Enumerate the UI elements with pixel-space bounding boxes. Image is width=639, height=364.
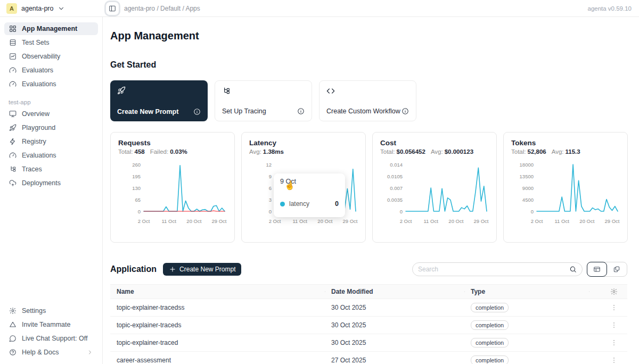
card-label: Set Up Tracing xyxy=(222,107,266,115)
sidebar-section-label: test-app xyxy=(9,99,94,105)
gauge2-icon xyxy=(9,80,17,88)
column-header-type: Type xyxy=(464,288,589,295)
tooltip-series-name: latency xyxy=(289,200,309,208)
page-title: App Management xyxy=(110,30,627,42)
dots-vertical-icon xyxy=(610,304,618,311)
workspace-avatar: A xyxy=(6,3,17,14)
svg-text:2 Oct: 2 Oct xyxy=(531,218,543,224)
sidebar-item-help-docs[interactable]: Help & Docs xyxy=(4,346,98,359)
app-name: topic-explainer-traceds xyxy=(110,321,325,329)
row-menu-button[interactable] xyxy=(610,321,618,329)
chart-title: Tokens xyxy=(511,139,620,147)
card-label: Create New Prompt xyxy=(117,108,178,115)
row-menu-button[interactable] xyxy=(610,304,618,311)
sidebar-item-label: Live Chat Support: Off xyxy=(22,335,87,342)
sidebar-toggle-button[interactable] xyxy=(106,2,119,15)
table-row[interactable]: topic-explainer-tracedss30 Oct 2025compl… xyxy=(110,299,627,317)
sidebar-item-label: Overview xyxy=(22,110,50,118)
app-name: topic-explainer-traced xyxy=(110,339,325,346)
gear-icon xyxy=(9,307,17,315)
svg-text:11 Oct: 11 Oct xyxy=(293,218,308,224)
info-icon xyxy=(193,108,201,115)
date-modified: 30 Oct 2025 xyxy=(325,304,464,311)
date-modified: 27 Oct 2025 xyxy=(325,357,464,364)
sidebar-item-evaluators[interactable]: Evaluators xyxy=(4,64,98,77)
app-version: agenta v0.59.10 xyxy=(588,5,632,12)
sidebar-item-invite-teammate[interactable]: Invite Teammate xyxy=(4,318,98,331)
svg-text:11 Oct: 11 Oct xyxy=(424,218,439,224)
search-input[interactable] xyxy=(418,266,569,273)
sidebar-item-registry[interactable]: Registry xyxy=(4,135,98,148)
svg-text:0.014: 0.014 xyxy=(390,162,403,168)
svg-text:29 Oct: 29 Oct xyxy=(474,218,489,224)
panel-left-icon xyxy=(109,5,116,12)
workspace-selector[interactable]: A agenta-pro xyxy=(0,0,103,16)
sidebar-item-observability[interactable]: Observability xyxy=(4,50,98,63)
table-body: topic-explainer-tracedss30 Oct 2025compl… xyxy=(110,299,627,364)
table-row[interactable]: career-assessment27 Oct 2025completion xyxy=(110,352,627,364)
svg-text:20 Oct: 20 Oct xyxy=(186,218,201,224)
create-new-prompt-button[interactable]: Create New Prompt xyxy=(163,263,241,276)
sidebar-item-label: Help & Docs xyxy=(22,349,59,356)
date-modified: 30 Oct 2025 xyxy=(325,339,464,346)
svg-text:0.0105: 0.0105 xyxy=(387,173,403,179)
rocket-icon xyxy=(117,86,126,95)
sidebar-item-evaluations[interactable]: Evaluations xyxy=(4,149,98,162)
sidebar-item-deployments[interactable]: Deployments xyxy=(4,177,98,189)
svg-text:2 Oct: 2 Oct xyxy=(138,218,150,224)
column-settings-button[interactable] xyxy=(610,288,618,295)
svg-text:130: 130 xyxy=(132,185,141,191)
application-header: Application Create New Prompt xyxy=(110,262,627,277)
sidebar-item-settings[interactable]: Settings xyxy=(4,304,98,317)
svg-text:0: 0 xyxy=(400,209,403,214)
info-icon xyxy=(297,107,305,115)
code-icon xyxy=(326,87,335,95)
sidebar-item-evaluations[interactable]: Evaluations xyxy=(4,78,98,90)
dots-vertical-icon xyxy=(610,357,618,364)
info-icon[interactable] xyxy=(402,107,409,115)
svg-text:29 Oct: 29 Oct xyxy=(605,218,620,224)
svg-text:6: 6 xyxy=(269,185,272,191)
sidebar-item-live-chat-support-off[interactable]: Live Chat Support: Off xyxy=(4,332,98,345)
table-view-button[interactable] xyxy=(587,262,607,277)
help-icon xyxy=(9,349,17,356)
card-view-button[interactable] xyxy=(607,262,627,276)
create-new-prompt-label: Create New Prompt xyxy=(179,266,235,273)
search-icon xyxy=(569,266,577,273)
info-icon[interactable] xyxy=(193,108,201,115)
card-label: Create Custom Workflow xyxy=(326,107,400,115)
chart-title: Latency xyxy=(249,139,358,147)
app-name: career-assessment xyxy=(110,357,325,364)
svg-text:18000: 18000 xyxy=(520,162,534,168)
table-row[interactable]: topic-explainer-traced30 Oct 2025complet… xyxy=(110,334,627,352)
triangle-icon xyxy=(9,321,17,328)
table-row[interactable]: topic-explainer-traceds30 Oct 2025comple… xyxy=(110,317,627,334)
applications-table: NameDate ModifiedType topic-explainer-tr… xyxy=(110,284,627,364)
chart-stat: Total:458 xyxy=(118,148,145,155)
svg-text:0: 0 xyxy=(138,209,141,214)
sidebar-item-label: Deployments xyxy=(22,179,61,187)
row-menu-button[interactable] xyxy=(610,339,618,346)
type-badge: completion xyxy=(471,303,509,312)
sidebar-item-test-sets[interactable]: Test Sets xyxy=(4,36,98,49)
sidebar-item-app-management[interactable]: App Management xyxy=(4,22,98,35)
tree-icon xyxy=(222,87,231,95)
chart-stat: Avg:1.38ms xyxy=(249,148,284,155)
sidebar-item-traces[interactable]: Traces xyxy=(4,163,98,176)
svg-text:12: 12 xyxy=(266,162,272,168)
gauge-icon xyxy=(9,67,17,74)
get-started-card-set-up-tracing[interactable]: Set Up Tracing xyxy=(215,80,312,121)
view-toggle xyxy=(587,262,627,277)
get-started-card-create-custom-workflow[interactable]: Create Custom Workflow xyxy=(319,80,416,121)
tooltip-series-dot xyxy=(280,202,285,206)
get-started-card-create-new-prompt[interactable]: Create New Prompt xyxy=(110,80,208,121)
chart-title: Cost xyxy=(380,139,489,147)
info-icon[interactable] xyxy=(297,107,305,115)
sidebar-item-overview[interactable]: Overview xyxy=(4,107,98,120)
tableview-icon xyxy=(593,266,601,273)
column-header-date-modified: Date Modified xyxy=(325,288,464,295)
main-content: App Management Get Started Create New Pr… xyxy=(103,17,639,364)
chart-stat: Avg:$0.000123 xyxy=(431,148,473,155)
row-menu-button[interactable] xyxy=(610,357,618,364)
sidebar-item-playground[interactable]: Playground xyxy=(4,121,98,134)
